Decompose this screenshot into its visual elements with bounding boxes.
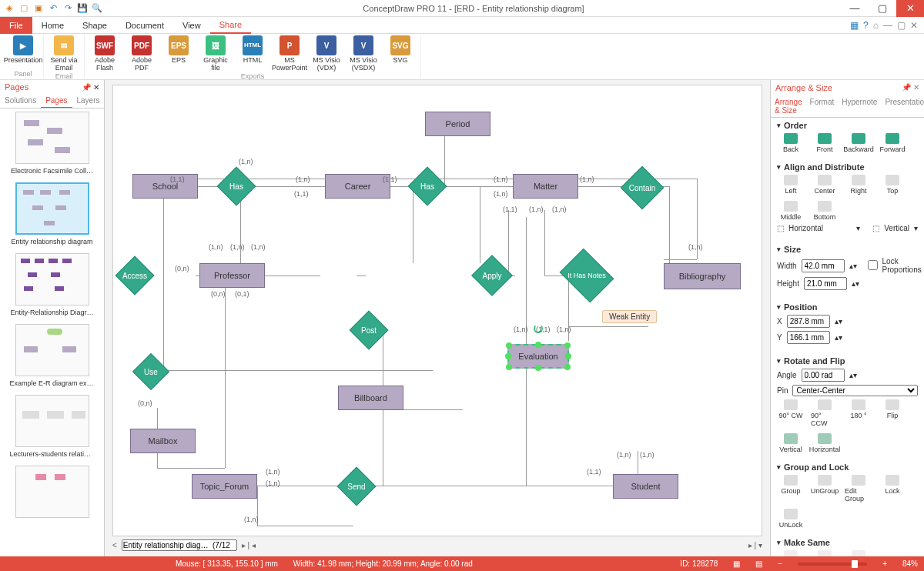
prev-page-button[interactable]: < bbox=[112, 541, 117, 549]
group-button[interactable]: Group bbox=[777, 475, 805, 503]
flip-horizontal-button[interactable]: Horizontal bbox=[811, 433, 839, 453]
tab-view[interactable]: View bbox=[173, 17, 210, 34]
same-size-button[interactable]: Size bbox=[777, 550, 805, 556]
section-rotate[interactable]: Rotate and Flip bbox=[777, 356, 918, 366]
entity-bibliography[interactable]: Bibliography bbox=[664, 263, 741, 289]
same-height-button[interactable]: Height bbox=[845, 550, 872, 556]
export-pdf-button[interactable]: PDFAdobe PDF bbox=[125, 35, 159, 72]
ungroup-button[interactable]: UnGroup bbox=[811, 475, 839, 503]
rel-apply[interactable]: Apply bbox=[477, 261, 507, 290]
tab-home[interactable]: Home bbox=[32, 17, 73, 34]
open-icon[interactable]: ▣ bbox=[32, 2, 45, 15]
lock-button[interactable]: Lock bbox=[879, 475, 906, 503]
section-order[interactable]: Order bbox=[777, 121, 918, 130]
close-doc-icon[interactable]: ✕ bbox=[910, 20, 918, 31]
lock-proportions-checkbox[interactable] bbox=[868, 260, 878, 270]
order-front-button[interactable]: Front bbox=[811, 133, 839, 153]
new-icon[interactable]: ▢ bbox=[18, 2, 30, 15]
min2-icon[interactable]: — bbox=[883, 20, 892, 31]
entity-matter[interactable]: Matter bbox=[513, 174, 578, 199]
send-email-button[interactable]: ✉Send via Email bbox=[47, 35, 81, 72]
undo-icon[interactable]: ↶ bbox=[47, 2, 59, 15]
grid-icon[interactable]: ▤ bbox=[755, 559, 762, 568]
next-page-button[interactable]: ▸ | ◂ bbox=[242, 541, 256, 549]
section-position[interactable]: Position bbox=[777, 302, 918, 312]
export-graphic-button[interactable]: 🖼Graphic file bbox=[199, 35, 233, 72]
tab-layers[interactable]: Layers bbox=[72, 94, 105, 108]
align-middle-button[interactable]: Middle bbox=[777, 201, 805, 221]
thumb-item[interactable]: Lecturers-students relatio… bbox=[3, 395, 101, 458]
entity-topic[interactable]: Topic_Forum bbox=[192, 474, 257, 499]
entity-school[interactable]: School bbox=[132, 174, 198, 199]
align-top-button[interactable]: Top bbox=[879, 175, 906, 195]
rel-use[interactable]: Use bbox=[138, 359, 164, 385]
rel-notes[interactable]: It Has Notes bbox=[565, 259, 608, 292]
zoom-in-button[interactable]: + bbox=[882, 559, 887, 568]
rel-access[interactable]: Access bbox=[121, 262, 149, 289]
app-icon[interactable]: ◈ bbox=[3, 2, 15, 15]
save-icon[interactable]: 💾 bbox=[76, 2, 89, 15]
doc-icon[interactable]: ▦ bbox=[733, 559, 740, 568]
unlock-button[interactable]: UnLock bbox=[777, 509, 805, 529]
entity-evaluation[interactable]: Evaluation bbox=[507, 344, 569, 369]
maximize-button[interactable]: ▢ bbox=[869, 0, 896, 17]
export-eps-button[interactable]: EPSEPS bbox=[162, 35, 196, 72]
section-align[interactable]: Align and Distribute bbox=[777, 162, 918, 172]
tab-share[interactable]: Share bbox=[210, 17, 251, 34]
pin-icon[interactable]: 📌 ✕ bbox=[902, 83, 919, 92]
tab-hypernote[interactable]: Hypernote bbox=[838, 95, 881, 117]
tab-presentation[interactable]: Presentation bbox=[881, 95, 924, 117]
thumb-item[interactable]: Entity relationship diagram bbox=[3, 182, 101, 245]
rotate-ccw-button[interactable]: 90° CCW bbox=[811, 399, 839, 427]
pin-icon[interactable]: 📌 ✕ bbox=[82, 83, 99, 92]
min-icon[interactable]: ⌂ bbox=[873, 20, 879, 31]
section-make-same[interactable]: Make Same bbox=[777, 538, 918, 547]
rel-has2[interactable]: Has bbox=[413, 172, 441, 200]
section-group[interactable]: Group and Lock bbox=[777, 462, 918, 472]
width-input[interactable] bbox=[802, 259, 845, 272]
presentation-button[interactable]: ▶Presentation bbox=[6, 35, 40, 65]
x-input[interactable] bbox=[787, 315, 830, 328]
order-back-button[interactable]: Back bbox=[777, 133, 805, 153]
minimize-button[interactable]: — bbox=[841, 0, 869, 17]
edit-group-button[interactable]: Edit Group bbox=[845, 475, 872, 503]
angle-input[interactable] bbox=[802, 369, 845, 382]
export-html-button[interactable]: HTMLHTML bbox=[236, 35, 270, 72]
tab-file[interactable]: File bbox=[0, 17, 32, 34]
tab-format[interactable]: Format bbox=[806, 95, 839, 117]
scroll-right-button[interactable]: ▸ | ▾ bbox=[748, 541, 762, 549]
export-flash-button[interactable]: SWFAdobe Flash bbox=[88, 35, 122, 72]
flip-vertical-button[interactable]: Vertical bbox=[777, 433, 805, 453]
entity-period[interactable]: Period bbox=[425, 112, 490, 136]
entity-career[interactable]: Career bbox=[325, 174, 390, 199]
flip-button[interactable]: Flip bbox=[879, 399, 906, 427]
export-vsdx-button[interactable]: VMS Visio (VSDX) bbox=[346, 35, 380, 72]
tab-document[interactable]: Document bbox=[116, 17, 173, 34]
options-icon[interactable]: ▦ bbox=[850, 20, 859, 31]
thumb-item[interactable]: Example E-R diagram ext… bbox=[3, 324, 101, 387]
entity-billboard[interactable]: Billboard bbox=[338, 386, 403, 410]
align-right-button[interactable]: Right bbox=[845, 175, 872, 195]
zoom-out-button[interactable]: − bbox=[778, 559, 782, 568]
zoom-slider[interactable] bbox=[798, 563, 867, 566]
entity-student[interactable]: Student bbox=[613, 474, 678, 499]
rel-contain[interactable]: Contain bbox=[627, 172, 658, 203]
same-width-button[interactable]: Width bbox=[811, 550, 839, 556]
rotate-180-button[interactable]: 180 ° bbox=[845, 399, 872, 427]
rel-send[interactable]: Send bbox=[343, 472, 370, 500]
export-ppt-button[interactable]: PMS PowerPoint bbox=[273, 35, 306, 72]
tab-shape[interactable]: Shape bbox=[73, 17, 116, 34]
thumb-item[interactable]: Electronic Facsimile Coll… bbox=[3, 112, 101, 175]
height-input[interactable] bbox=[804, 277, 847, 290]
tab-solutions[interactable]: Solutions bbox=[0, 94, 41, 108]
rel-has1[interactable]: Has bbox=[223, 172, 250, 200]
diagram-canvas[interactable]: Period School Career Matter Professor Bi… bbox=[112, 85, 762, 536]
order-backward-button[interactable]: Backward bbox=[845, 133, 872, 153]
pin-select[interactable]: Center-Center bbox=[792, 385, 918, 396]
thumb-item[interactable] bbox=[3, 466, 101, 518]
entity-professor[interactable]: Professor bbox=[199, 263, 265, 288]
redo-icon[interactable]: ↷ bbox=[62, 2, 74, 15]
export-vdx-button[interactable]: VMS Visio (VDX) bbox=[310, 35, 343, 72]
help-icon[interactable]: ? bbox=[863, 20, 869, 31]
y-input[interactable] bbox=[787, 331, 830, 344]
